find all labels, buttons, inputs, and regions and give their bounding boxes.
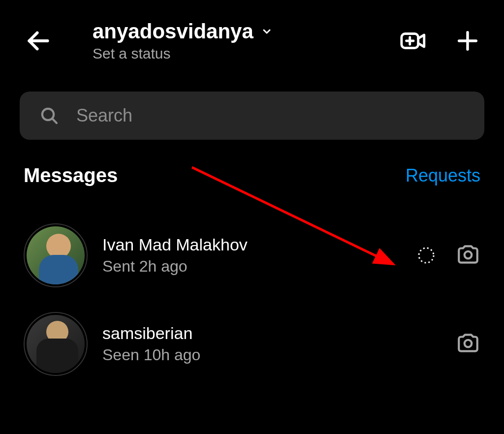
svg-point-10	[465, 340, 472, 347]
thread-name: samsiberian	[102, 324, 441, 343]
tabs-row: Messages Requests	[0, 140, 504, 196]
vanish-mode-indicator-icon	[416, 246, 436, 265]
requests-tab[interactable]: Requests	[406, 165, 480, 186]
avatar[interactable]	[24, 223, 88, 287]
thread-item[interactable]: Ivan Mad Malakhov Sent 2h ago	[0, 211, 504, 300]
back-button[interactable]	[24, 26, 53, 56]
camera-icon	[456, 331, 480, 355]
camera-button[interactable]	[456, 242, 480, 269]
thread-status: Seen 10h ago	[102, 346, 441, 364]
thread-name: Ivan Mad Malakhov	[102, 235, 402, 254]
thread-icons	[456, 331, 480, 357]
new-message-button[interactable]	[455, 28, 480, 54]
avatar[interactable]	[24, 312, 88, 376]
camera-button[interactable]	[456, 331, 480, 357]
search-placeholder: Search	[76, 105, 132, 126]
header-title-area: anyadosvidanya Set a status	[68, 20, 384, 62]
header: anyadosvidanya Set a status	[0, 0, 504, 72]
chevron-down-icon	[261, 26, 273, 37]
back-arrow-icon	[25, 27, 52, 55]
svg-point-8	[419, 248, 434, 263]
thread-list: Ivan Mad Malakhov Sent 2h ago	[0, 196, 504, 403]
messages-tab[interactable]: Messages	[24, 164, 118, 186]
thread-icons	[416, 242, 480, 269]
header-actions	[399, 27, 480, 55]
status-prompt[interactable]: Set a status	[93, 45, 384, 62]
thread-item[interactable]: samsiberian Seen 10h ago	[0, 300, 504, 388]
search-input[interactable]: Search	[20, 92, 484, 140]
video-plus-icon	[399, 27, 428, 55]
username-text: anyadosvidanya	[93, 20, 253, 43]
username-dropdown[interactable]: anyadosvidanya	[93, 20, 384, 43]
video-call-button[interactable]	[399, 27, 428, 55]
thread-status: Sent 2h ago	[102, 257, 402, 276]
search-icon	[39, 106, 59, 125]
svg-line-7	[52, 119, 57, 123]
thread-info: samsiberian Seen 10h ago	[102, 324, 441, 364]
svg-point-9	[465, 251, 472, 259]
thread-info: Ivan Mad Malakhov Sent 2h ago	[102, 235, 402, 276]
camera-icon	[456, 242, 480, 267]
plus-icon	[455, 28, 480, 54]
